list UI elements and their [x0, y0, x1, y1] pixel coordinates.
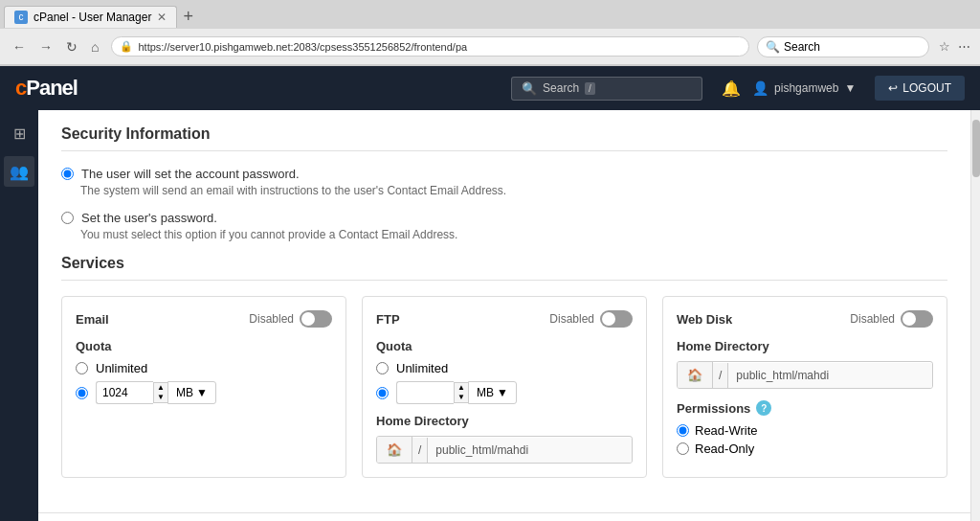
cpanel-search-icon: 🔍: [522, 81, 537, 96]
radio-row-set-password: Set the user's password.: [61, 211, 947, 225]
ftp-unlimited-radio[interactable]: [376, 362, 389, 374]
read-write-option: Read-Write: [677, 423, 933, 438]
ftp-service-status: Disabled: [549, 310, 633, 328]
sidebar-item-users[interactable]: 👥: [4, 156, 34, 187]
read-only-radio[interactable]: [677, 442, 689, 455]
permissions-help-icon[interactable]: ?: [756, 400, 771, 416]
cpanel-user-area[interactable]: 👤 pishgamweb ▼: [752, 80, 856, 96]
new-tab-button[interactable]: +: [177, 7, 199, 27]
ftp-home-dir-input: 🏠 / public_html/mahdi: [376, 436, 633, 464]
notification-bell-icon[interactable]: 🔔: [722, 79, 741, 98]
reload-button[interactable]: ↻: [61, 37, 82, 57]
address-bar[interactable]: 🔒 https://server10.pishgamweb.net:2083/c…: [111, 36, 749, 57]
radio-user-password-desc: The system will send an email with instr…: [80, 184, 947, 197]
email-quota-label: Quota: [76, 339, 332, 353]
webdisk-toggle[interactable]: [901, 310, 933, 328]
cpanel-username: pishgamweb: [774, 81, 838, 95]
webdisk-card-header: Web Disk Disabled: [677, 310, 933, 328]
ftp-quota-down-button[interactable]: ▼: [455, 393, 468, 402]
email-quota-down-button[interactable]: ▼: [154, 393, 167, 402]
cpanel-user-chevron-icon: ▼: [844, 81, 856, 95]
ftp-home-dir-value: public_html/mahdi: [428, 438, 632, 463]
ftp-quota-unit[interactable]: MB ▼: [468, 381, 517, 404]
email-service-status: Disabled: [249, 310, 332, 328]
sidebar-item-grid[interactable]: ⊞: [4, 118, 34, 148]
radio-set-password-input[interactable]: [61, 212, 74, 224]
ftp-quota-radio[interactable]: [376, 387, 389, 399]
users-icon: 👥: [10, 163, 29, 181]
email-quota-spinner[interactable]: ▲ ▼: [153, 382, 167, 403]
radio-row-user-password: The user will set the account password.: [61, 167, 947, 181]
services-grid: Email Disabled Quota Unlimited: [61, 296, 947, 478]
read-write-radio[interactable]: [677, 424, 689, 437]
webdisk-service-card: Web Disk Disabled Home Directory 🏠 / pub…: [662, 296, 947, 478]
ftp-toggle[interactable]: [600, 310, 633, 328]
ftp-home-dir-label: Home Directory: [376, 414, 633, 428]
radio-user-password-label: The user will set the account password.: [81, 167, 300, 181]
scrollbar-thumb[interactable]: [972, 120, 980, 177]
browser-chrome: c cPanel - User Manager ✕ + ← → ↻ ⌂ 🔒 ht…: [0, 0, 980, 66]
logout-label: LOGOUT: [902, 81, 951, 95]
email-quota-radio[interactable]: [76, 387, 88, 399]
main-layout: ⊞ 👥 Security Information The user will s…: [0, 110, 980, 521]
browser-search-bar[interactable]: 🔍 Search: [757, 36, 929, 57]
right-scrollbar[interactable]: [970, 110, 980, 521]
read-write-label: Read-Write: [695, 423, 758, 438]
ftp-card-header: FTP Disabled: [376, 310, 633, 328]
ftp-disabled-label: Disabled: [549, 312, 594, 326]
ssl-lock-icon: 🔒: [120, 40, 133, 53]
ftp-quota-up-button[interactable]: ▲: [455, 383, 468, 393]
email-quota-unit[interactable]: MB ▼: [167, 381, 216, 404]
back-button[interactable]: ←: [8, 37, 31, 57]
url-text: https://server10.pishgamweb.net:2083/cps…: [138, 41, 741, 53]
browser-search-placeholder: Search: [784, 40, 820, 54]
cpanel-search-area[interactable]: 🔍 Search /: [511, 77, 702, 101]
ftp-unlimited-row: Unlimited: [376, 361, 633, 375]
read-only-option: Read-Only: [677, 442, 933, 456]
forward-button[interactable]: →: [34, 37, 57, 57]
bookmarks-icon[interactable]: ☆: [937, 37, 952, 56]
webdisk-home-dir-icon: 🏠: [678, 362, 713, 388]
ftp-quota-input[interactable]: [396, 381, 454, 404]
browser-search-icon: 🔍: [766, 40, 780, 54]
ftp-unit-chevron-icon: ▼: [497, 386, 508, 399]
menu-icon[interactable]: ⋯: [956, 37, 972, 56]
ftp-home-dir-icon: 🏠: [377, 437, 412, 463]
ftp-quota-spinner[interactable]: ▲ ▼: [454, 382, 468, 403]
email-unlimited-row: Unlimited: [76, 361, 332, 375]
permissions-text: Permissions: [677, 401, 750, 416]
tab-close-button[interactable]: ✕: [157, 11, 167, 24]
radio-set-password-desc: You must select this option if you canno…: [80, 228, 947, 241]
webdisk-service-name: Web Disk: [677, 312, 732, 327]
email-service-name: Email: [76, 312, 109, 327]
action-bar: Create Create and Add Another User Cance…: [38, 512, 970, 521]
email-unlimited-radio[interactable]: [76, 362, 88, 374]
ftp-quota-input-group: ▲ ▼ MB ▼: [396, 381, 517, 404]
browser-controls: ← → ↻ ⌂ 🔒 https://server10.pishgamweb.ne…: [0, 29, 980, 65]
email-toggle[interactable]: [300, 310, 332, 328]
webdisk-home-dir-input: 🏠 / public_html/mahdi: [677, 361, 933, 389]
cpanel-search-label: Search: [543, 81, 579, 95]
logout-icon: ↩: [888, 81, 898, 95]
email-card-header: Email Disabled: [76, 310, 332, 328]
webdisk-permissions-label: Permissions ?: [677, 400, 933, 416]
browser-icons: ☆ ⋯: [937, 37, 972, 56]
grid-icon: ⊞: [13, 125, 26, 143]
cpanel-header: cPanel 🔍 Search / 🔔 👤 pishgamweb ▼ ↩ LOG…: [0, 66, 980, 110]
logout-button[interactable]: ↩ LOGOUT: [875, 76, 965, 101]
content-area: Security Information The user will set t…: [38, 110, 970, 521]
radio-option-user-sets-password: The user will set the account password. …: [61, 167, 947, 197]
page-content: Security Information The user will set t…: [38, 110, 970, 512]
radio-option-set-password: Set the user's password. You must select…: [61, 211, 947, 241]
read-only-label: Read-Only: [695, 442, 754, 456]
radio-user-password-input[interactable]: [61, 168, 74, 180]
webdisk-home-dir-slash: /: [713, 363, 728, 388]
email-quota-unit-label: MB: [176, 386, 193, 399]
email-quota-up-button[interactable]: ▲: [154, 383, 167, 393]
email-unlimited-label: Unlimited: [96, 361, 147, 375]
tab-title: cPanel - User Manager: [33, 11, 151, 24]
browser-tab-active[interactable]: c cPanel - User Manager ✕: [4, 6, 177, 28]
home-button[interactable]: ⌂: [86, 37, 103, 57]
sidebar: ⊞ 👥: [0, 110, 38, 521]
email-quota-input[interactable]: [96, 381, 153, 404]
